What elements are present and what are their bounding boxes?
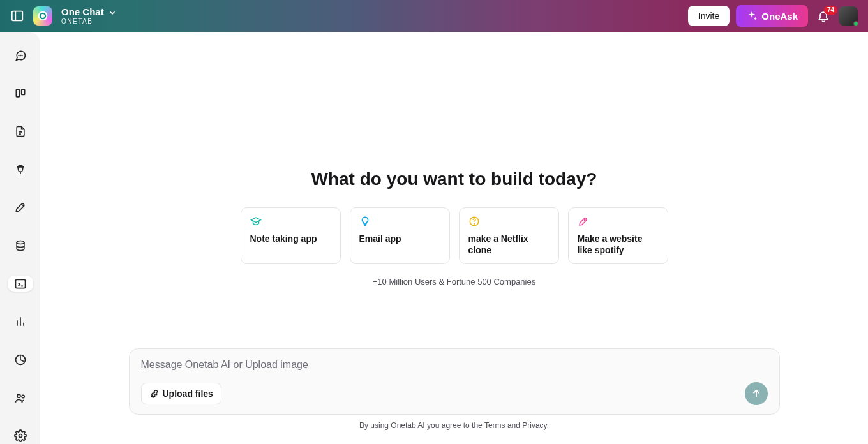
arrow-up-icon <box>751 388 762 399</box>
header-right: Invite OneAsk 74 <box>688 5 858 27</box>
sidebar-item-chat[interactable] <box>8 47 33 64</box>
footer-disclaimer: By using Onetab AI you agree to the Term… <box>40 421 868 430</box>
sidebar-item-launch[interactable] <box>8 200 33 216</box>
message-input[interactable]: Message Onetab AI or Upload image <box>141 359 768 371</box>
input-actions: Upload files <box>141 382 768 405</box>
card-label: make a Netflix clone <box>468 233 550 256</box>
svg-point-12 <box>22 395 24 397</box>
svg-point-4 <box>20 55 20 56</box>
svg-point-8 <box>17 241 24 244</box>
sidebar-item-analytics[interactable] <box>8 313 33 330</box>
footer-and: and <box>505 421 523 430</box>
oneask-label: OneAsk <box>761 11 798 22</box>
svg-point-16 <box>584 219 585 221</box>
sidebar-item-reports[interactable] <box>8 352 33 368</box>
trust-line: +10 Million Users & Fortune 500 Companie… <box>373 277 535 286</box>
invite-button[interactable]: Invite <box>688 6 730 26</box>
svg-point-3 <box>19 55 19 56</box>
svg-point-13 <box>19 434 22 438</box>
sidebar-item-docs[interactable] <box>8 123 33 140</box>
card-note-taking[interactable]: Note taking app <box>241 207 341 264</box>
oneask-button[interactable]: OneAsk <box>736 5 808 27</box>
card-label: Email app <box>359 233 440 245</box>
app-subtitle: ONETAB <box>61 18 117 25</box>
graduation-cap-icon <box>250 216 262 227</box>
sidebar-item-terminal[interactable] <box>8 276 33 292</box>
svg-rect-6 <box>16 90 19 98</box>
hero-title: What do you want to build today? <box>311 169 597 189</box>
header: One Chat ONETAB Invite OneAsk 74 <box>0 0 868 32</box>
svg-rect-0 <box>12 11 23 21</box>
footer-suffix: . <box>547 421 549 430</box>
panel-icon[interactable] <box>10 9 24 23</box>
upload-label: Upload files <box>163 389 213 399</box>
sparkle-icon <box>746 10 758 22</box>
app-title: One Chat <box>61 7 104 18</box>
card-email-app[interactable]: Email app <box>350 207 450 264</box>
sidebar-item-team[interactable] <box>8 390 33 406</box>
send-button[interactable] <box>745 382 768 405</box>
main-content: What do you want to build today? Note ta… <box>40 32 868 444</box>
card-netflix-clone[interactable]: make a Netflix clone <box>459 207 559 264</box>
app-title-block[interactable]: One Chat ONETAB <box>61 7 117 25</box>
sidebar-item-database[interactable] <box>8 237 33 254</box>
upload-files-button[interactable]: Upload files <box>141 383 221 404</box>
avatar-button[interactable] <box>839 6 858 26</box>
suggestion-cards: Note taking app Email app make a Netflix… <box>241 207 668 264</box>
header-left: One Chat ONETAB <box>10 6 117 26</box>
paperclip-icon <box>149 389 159 399</box>
app-logo <box>33 6 52 26</box>
rocket-icon <box>578 216 589 227</box>
card-label: Note taking app <box>250 233 331 245</box>
status-dot <box>853 21 858 26</box>
terms-link[interactable]: Terms <box>484 421 505 430</box>
help-circle-icon <box>468 216 480 227</box>
privacy-link[interactable]: Privacy <box>522 421 546 430</box>
lightbulb-icon <box>359 216 371 227</box>
sidebar-item-boards[interactable] <box>8 85 33 102</box>
svg-point-5 <box>22 55 22 56</box>
card-spotify-site[interactable]: Make a website like spotify <box>568 207 668 264</box>
svg-point-11 <box>17 394 20 397</box>
svg-rect-9 <box>15 279 25 288</box>
sidebar-item-settings[interactable] <box>8 427 33 444</box>
footer-prefix: By using Onetab AI you agree to the <box>359 421 484 430</box>
card-label: Make a website like spotify <box>578 233 659 256</box>
chevron-down-icon <box>108 8 117 17</box>
svg-point-15 <box>474 223 474 224</box>
body: What do you want to build today? Note ta… <box>0 32 868 444</box>
svg-rect-7 <box>21 90 24 95</box>
message-input-bar: Message Onetab AI or Upload image Upload… <box>129 348 780 415</box>
sidebar-item-integrations[interactable] <box>8 161 33 178</box>
notification-badge: 74 <box>824 6 837 15</box>
sidebar <box>0 32 40 444</box>
notifications-button[interactable]: 74 <box>814 10 832 22</box>
